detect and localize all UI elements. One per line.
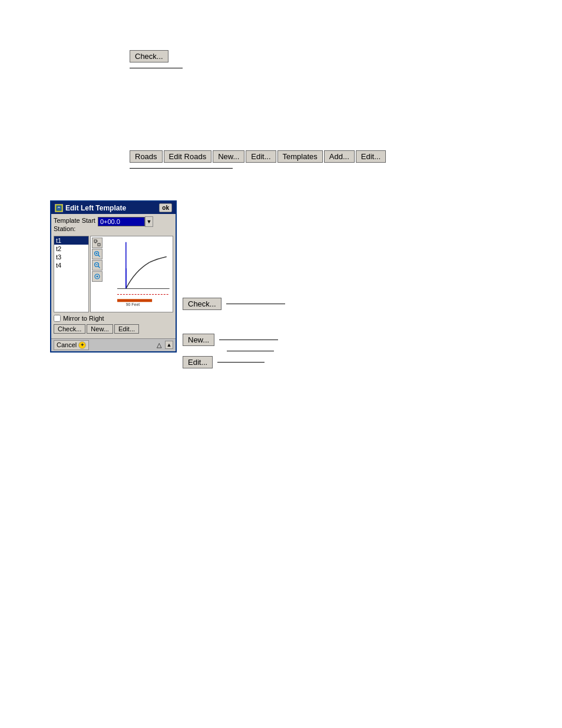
- right-new-section: New...: [183, 334, 285, 351]
- template-list-item-t1[interactable]: t1: [54, 236, 88, 245]
- roads-button[interactable]: Roads: [130, 150, 163, 163]
- dialog-title: Edit Left Template: [65, 204, 126, 212]
- right-check-row: Check...: [183, 298, 285, 310]
- footer-scroll-up[interactable]: ▲: [165, 341, 173, 349]
- template-list-item-t4[interactable]: t4: [54, 261, 88, 269]
- dialog-ok-button[interactable]: ok: [159, 203, 172, 212]
- footer-right: △ ▲: [154, 340, 173, 350]
- svg-rect-17: [117, 299, 152, 302]
- template-start-row: Template StartStation: ▼: [54, 216, 173, 233]
- dialog-body: Template StartStation: ▼ t1 t2 t3 t4: [51, 214, 176, 338]
- svg-rect-1: [94, 240, 97, 242]
- template-list: t1 t2 t3 t4: [54, 236, 89, 312]
- canvas-area: 90 Feet: [90, 236, 173, 312]
- dialog-footer: Cancel ✦ △ ▲: [51, 338, 176, 351]
- right-check-button[interactable]: Check...: [183, 298, 222, 310]
- svg-line-11: [98, 266, 100, 268]
- mirror-row: Mirror to Right: [54, 315, 173, 322]
- cancel-button[interactable]: Cancel ✦: [54, 340, 89, 350]
- svg-rect-0: [57, 206, 61, 210]
- mirror-checkbox[interactable]: [54, 315, 61, 322]
- toolbar-new-button[interactable]: New...: [213, 150, 244, 163]
- toolbar-edit2-button[interactable]: Edit...: [356, 150, 386, 163]
- svg-line-8: [98, 255, 100, 256]
- footer-triangle-icon[interactable]: △: [154, 340, 164, 350]
- dialog-edit-button[interactable]: Edit...: [114, 324, 139, 334]
- right-edit-underline: [217, 362, 265, 363]
- dialog-title-icon: [55, 204, 63, 212]
- svg-rect-2: [98, 243, 100, 246]
- template-start-input[interactable]: [98, 217, 145, 226]
- right-new-row: New...: [183, 334, 278, 346]
- edit-left-template-dialog: Edit Left Template ok Template StartStat…: [50, 200, 177, 353]
- dialog-check-button[interactable]: Check...: [54, 324, 85, 334]
- svg-point-13: [97, 275, 98, 277]
- template-list-item-t2[interactable]: t2: [54, 245, 88, 253]
- canvas-icons: [92, 238, 103, 282]
- right-new-button[interactable]: New...: [183, 334, 214, 346]
- zoom-out-icon[interactable]: [92, 260, 103, 271]
- right-edit-row: Edit...: [183, 356, 285, 368]
- toolbar-underline: [130, 168, 233, 169]
- top-underline: [130, 68, 183, 68]
- right-check-underline: [226, 304, 285, 304]
- fit-icon[interactable]: [92, 238, 103, 248]
- cancel-label: Cancel: [57, 341, 77, 348]
- template-start-label: Template StartStation:: [54, 216, 95, 233]
- dialog-new-button[interactable]: New...: [87, 324, 113, 334]
- toolbar-row: Roads Edit Roads New... Edit... Template…: [130, 150, 386, 163]
- mirror-label: Mirror to Right: [63, 315, 104, 322]
- template-list-item-t3[interactable]: t3: [54, 253, 88, 261]
- template-start-dropdown[interactable]: ▼: [145, 216, 153, 227]
- dialog-content: t1 t2 t3 t4: [54, 236, 173, 312]
- template-start-input-wrap: ▼: [98, 216, 173, 227]
- zoom-in-icon[interactable]: [92, 249, 103, 259]
- toolbar-edit-button[interactable]: Edit...: [246, 150, 276, 163]
- right-new-underline: [219, 340, 278, 340]
- dialog-titlebar: Edit Left Template ok: [51, 202, 176, 214]
- right-edit-button[interactable]: Edit...: [183, 356, 213, 368]
- pan-icon[interactable]: [92, 271, 103, 282]
- right-new-sub-underline: [227, 351, 274, 351]
- right-panel: Check... New... Edit...: [183, 298, 285, 392]
- svg-text:90 Feet: 90 Feet: [126, 302, 140, 307]
- top-check-button[interactable]: Check...: [130, 50, 168, 62]
- templates-button[interactable]: Templates: [277, 150, 323, 163]
- edit-roads-button[interactable]: Edit Roads: [164, 150, 212, 163]
- road-cross-section-svg: 90 Feet: [103, 236, 173, 312]
- dialog-bottom-buttons: Check... New... Edit...: [54, 324, 173, 334]
- cancel-star-icon: ✦: [78, 341, 86, 349]
- add-button[interactable]: Add...: [324, 150, 355, 163]
